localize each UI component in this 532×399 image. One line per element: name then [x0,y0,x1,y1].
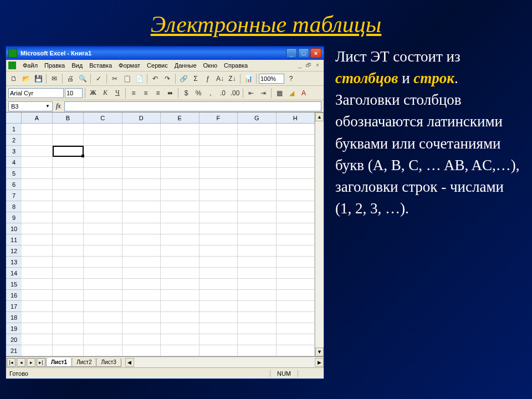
cell-G11[interactable] [238,234,277,245]
indent-icon[interactable]: ⇥ [258,88,269,99]
cell-H4[interactable] [277,157,315,168]
row-header-12[interactable]: 12 [6,245,22,257]
cell-H8[interactable] [277,201,315,212]
cell-F13[interactable] [200,257,238,268]
cell-G21[interactable] [238,345,277,356]
cell-D17[interactable] [122,301,161,312]
cell-F4[interactable] [200,157,238,168]
col-header-C[interactable]: C [84,112,122,124]
cell-D11[interactable] [122,234,161,245]
print-icon[interactable]: 🖨 [65,73,76,84]
cell-C12[interactable] [84,245,122,257]
maximize-button[interactable]: □ [298,48,309,58]
row-header-14[interactable]: 14 [6,268,22,279]
cell-D19[interactable] [122,323,161,334]
cell-E11[interactable] [161,234,200,245]
menu-help[interactable]: Справка [221,61,251,70]
cell-F1[interactable] [200,124,238,135]
cell-E4[interactable] [161,157,200,168]
cell-F12[interactable] [200,245,238,257]
redo-icon[interactable]: ↷ [162,73,173,84]
cell-C13[interactable] [84,257,122,268]
cell-F17[interactable] [200,301,238,312]
menu-view[interactable]: Вид [68,61,86,70]
cell-C16[interactable] [84,290,122,301]
horizontal-scrollbar[interactable]: ◀ ▶ [125,358,324,367]
cell-D1[interactable] [122,124,161,135]
minimize-button[interactable]: _ [286,48,297,58]
open-icon[interactable]: 📂 [21,73,32,84]
fx-label[interactable]: fx [56,102,61,110]
cell-G19[interactable] [238,323,277,334]
doc-minimize[interactable]: _ [296,62,304,69]
cell-A7[interactable] [22,190,53,201]
link-icon[interactable]: 🔗 [178,73,189,84]
row-header-21[interactable]: 21 [6,345,22,356]
row-header-9[interactable]: 9 [6,212,22,223]
sort-asc-icon[interactable]: A↓ [214,73,226,84]
cell-E3[interactable] [161,146,199,157]
cell-D12[interactable] [122,245,161,257]
sheet-tab-3[interactable]: Лист3 [96,358,121,367]
cell-G5[interactable] [238,168,277,179]
col-header-H[interactable]: H [277,112,315,124]
cell-E18[interactable] [161,312,200,323]
col-header-B[interactable]: B [53,112,84,124]
cell-G2[interactable] [238,135,277,146]
menu-file[interactable]: Файл [19,61,41,70]
cell-C15[interactable] [84,279,122,290]
cell-A12[interactable] [22,245,53,257]
cell-A18[interactable] [22,312,53,323]
scroll-left-icon[interactable]: ◀ [125,358,134,367]
cell-D13[interactable] [122,257,161,268]
cell-D9[interactable] [122,212,161,223]
row-header-10[interactable]: 10 [6,223,22,234]
tab-nav-last[interactable]: ▸| [37,358,45,367]
help-icon[interactable]: ? [285,73,296,84]
cell-E15[interactable] [161,279,200,290]
cell-H3[interactable] [277,146,315,157]
cut-icon[interactable]: ✂ [109,73,120,84]
cell-B7[interactable] [53,190,84,201]
cell-A3[interactable] [22,146,53,157]
cell-F8[interactable] [200,201,238,212]
menu-edit[interactable]: Правка [41,61,68,70]
menu-data[interactable]: Данные [171,61,200,70]
cell-G16[interactable] [238,290,277,301]
cell-C1[interactable] [84,124,122,135]
cell-D5[interactable] [122,168,161,179]
cell-E5[interactable] [161,168,200,179]
cell-G8[interactable] [238,201,277,212]
cell-F10[interactable] [200,223,238,234]
cell-D4[interactable] [122,157,161,168]
tab-nav-prev[interactable]: ◂ [17,358,25,367]
cell-H12[interactable] [277,245,315,257]
cell-H2[interactable] [277,135,315,146]
currency-icon[interactable]: $ [181,88,192,99]
inc-dec-icon[interactable]: .0 [217,88,228,99]
paste-icon[interactable]: 📄 [134,73,145,84]
cell-B20[interactable] [53,334,84,345]
sort-desc-icon[interactable]: Z↓ [227,73,238,84]
cell-B12[interactable] [53,245,84,257]
cell-G14[interactable] [238,268,277,279]
doc-restore[interactable]: 🗗 [305,62,313,69]
align-right-icon[interactable]: ≡ [152,88,163,99]
cell-D21[interactable] [122,345,161,356]
cell-E21[interactable] [161,345,200,356]
name-box[interactable]: B3 ▼ [8,101,53,111]
cell-D18[interactable] [122,312,161,323]
cell-C11[interactable] [84,234,122,245]
row-header-6[interactable]: 6 [6,179,22,190]
col-header-G[interactable]: G [238,112,277,124]
cell-F21[interactable] [200,345,238,356]
cell-F7[interactable] [200,190,238,201]
cell-G7[interactable] [238,190,277,201]
col-header-E[interactable]: E [161,112,200,124]
spell-icon[interactable]: ✓ [93,73,104,84]
cell-B8[interactable] [53,201,84,212]
cell-E1[interactable] [161,124,200,135]
cell-E17[interactable] [161,301,200,312]
cell-A4[interactable] [22,157,53,168]
cell-G1[interactable] [238,124,277,135]
